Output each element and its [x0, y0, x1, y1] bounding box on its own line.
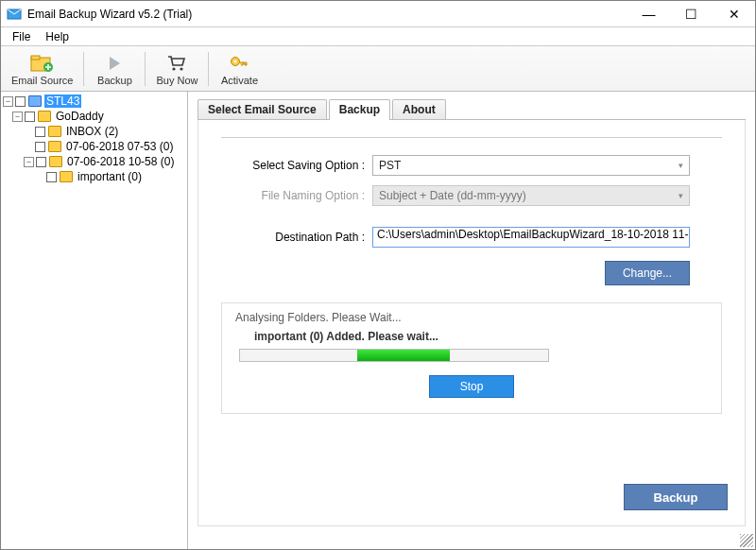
- stop-button[interactable]: Stop: [429, 375, 514, 398]
- change-button[interactable]: Change...: [605, 261, 690, 285]
- folder-icon: [60, 171, 73, 182]
- computer-icon: [28, 95, 42, 107]
- progress-fill: [357, 350, 450, 361]
- chevron-down-icon: ▾: [679, 191, 683, 200]
- saving-option-select[interactable]: PST ▾: [372, 155, 690, 176]
- collapse-icon[interactable]: −: [3, 96, 13, 107]
- toolbar-activate[interactable]: Activate: [213, 48, 266, 90]
- progress-subtitle: important (0) Added. Please wait...: [254, 330, 708, 343]
- checkbox[interactable]: [46, 172, 57, 182]
- backup-panel: Select Saving Option : PST ▾ File Naming…: [198, 120, 746, 526]
- svg-point-5: [180, 67, 183, 70]
- play-icon: [106, 52, 123, 75]
- saving-option-label: Select Saving Option :: [221, 159, 372, 172]
- tree-provider[interactable]: −GoDaddy: [1, 109, 187, 124]
- chevron-down-icon: ▾: [679, 161, 683, 170]
- app-icon: [7, 7, 22, 22]
- menu-bar: File Help: [1, 27, 755, 46]
- svg-point-4: [173, 67, 176, 70]
- folder-tree: −STL43 −GoDaddy INBOX (2) 07-06-2018 07-…: [1, 92, 188, 550]
- file-naming-label: File Naming Option :: [221, 189, 372, 202]
- minimize-button[interactable]: —: [627, 1, 670, 27]
- tree-folder-important[interactable]: important (0): [1, 169, 187, 184]
- collapse-icon[interactable]: −: [12, 112, 23, 122]
- toolbar-buy-now[interactable]: Buy Now: [149, 48, 204, 90]
- checkbox[interactable]: [15, 96, 26, 107]
- checkbox[interactable]: [35, 142, 45, 152]
- tab-backup[interactable]: Backup: [329, 99, 390, 120]
- tab-about[interactable]: About: [392, 99, 446, 119]
- divider: [221, 137, 722, 138]
- backup-button[interactable]: Backup: [624, 484, 728, 510]
- tab-select-email-source[interactable]: Select Email Source: [198, 99, 327, 119]
- checkbox[interactable]: [25, 112, 35, 122]
- file-naming-select: Subject + Date (dd-mm-yyyy) ▾: [372, 185, 690, 206]
- folder-icon: [38, 111, 51, 122]
- svg-rect-2: [31, 56, 40, 60]
- folder-icon: [49, 156, 62, 167]
- toolbar-email-source[interactable]: Email Source: [5, 48, 79, 90]
- tree-folder-2[interactable]: −07-06-2018 10-58 (0): [1, 154, 187, 169]
- folder-icon: [48, 126, 61, 137]
- tab-strip: Select Email Source Backup About: [198, 97, 746, 120]
- resize-grip[interactable]: [740, 534, 753, 547]
- progress-group: Analysing Folders. Please Wait... import…: [221, 302, 722, 414]
- tree-folder-1[interactable]: 07-06-2018 07-53 (0): [1, 139, 187, 154]
- toolbar-separator: [145, 52, 146, 86]
- destination-path-input[interactable]: C:\Users\admin\Desktop\EmailBackupWizard…: [372, 227, 690, 248]
- checkbox[interactable]: [35, 127, 45, 137]
- toolbar-separator: [208, 52, 209, 86]
- tree-root[interactable]: −STL43: [1, 94, 187, 109]
- collapse-icon[interactable]: −: [24, 157, 34, 167]
- maximize-button[interactable]: ☐: [670, 1, 713, 27]
- folder-add-icon: [30, 52, 55, 75]
- cart-icon: [166, 52, 187, 75]
- destination-path-label: Destination Path :: [221, 231, 372, 244]
- window-title: Email Backup Wizard v5.2 (Trial): [27, 8, 627, 21]
- progress-title: Analysing Folders. Please Wait...: [235, 311, 708, 324]
- svg-point-7: [234, 60, 237, 62]
- progress-bar: [239, 349, 549, 362]
- menu-file[interactable]: File: [5, 28, 38, 45]
- title-bar: Email Backup Wizard v5.2 (Trial) — ☐ ✕: [1, 1, 755, 27]
- tree-inbox[interactable]: INBOX (2): [1, 124, 187, 139]
- menu-help[interactable]: Help: [38, 28, 77, 45]
- content-area: Select Email Source Backup About Select …: [188, 92, 755, 550]
- toolbar-separator: [83, 52, 84, 86]
- folder-icon: [48, 141, 61, 152]
- toolbar: Email Source Backup Buy Now Activate: [1, 46, 755, 92]
- checkbox[interactable]: [36, 157, 46, 167]
- toolbar-backup[interactable]: Backup: [88, 48, 141, 90]
- key-icon: [229, 52, 249, 75]
- close-button[interactable]: ✕: [713, 1, 755, 27]
